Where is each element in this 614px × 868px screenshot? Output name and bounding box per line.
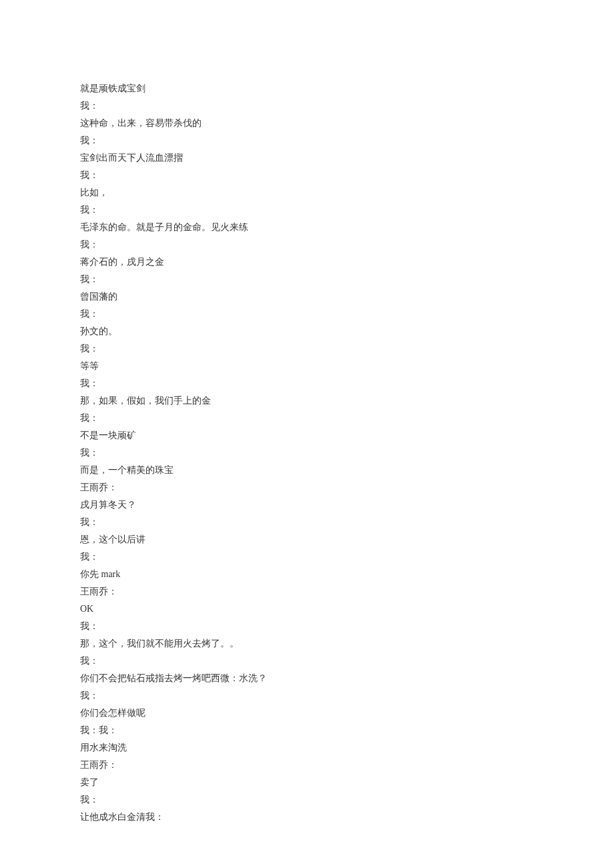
chat-line: 我： [80,271,534,288]
chat-line: 你们会怎样做呢 [80,705,534,722]
chat-line: 不是一块顽矿 [80,427,534,444]
chat-line: 我： [80,548,534,566]
chat-line: 王雨乔： [80,583,534,600]
chat-line: 你先 mark [80,566,534,583]
chat-line: 王雨乔： [80,479,534,496]
chat-line: 我： [80,340,534,358]
chat-line: 卖了 [80,774,534,791]
chat-line: 我： [80,687,534,705]
chat-line: 毛泽东的命。就是子月的金命。见火来练 [80,219,534,236]
chat-line: 我： [80,653,534,670]
chat-line: 我： [80,201,534,219]
chat-line: 我：我： [80,722,534,739]
chat-line: 我： [80,410,534,427]
chat-line: 我： [80,97,534,115]
chat-line: OK [80,600,534,618]
document-page: 就是顽铁成宝剑 我： 这种命，出来，容易带杀伐的 我： 宝剑出而天下人流血漂摺 … [0,0,614,868]
chat-line: 我： [80,132,534,149]
chat-line: 宝剑出而天下人流血漂摺 [80,149,534,167]
chat-line: 就是顽铁成宝剑 [80,80,534,97]
chat-line: 让他成水白金清我： [80,809,534,826]
chat-line: 我： [80,375,534,392]
chat-line: 你们不会把钻石戒指去烤一烤吧西微：水洗？ [80,670,534,687]
chat-line: 我： [80,618,534,635]
chat-line: 比如， [80,184,534,201]
chat-line: 我： [80,514,534,531]
chat-line: 我： [80,791,534,809]
chat-line: 蒋介石的，戌月之金 [80,254,534,271]
chat-line: 我： [80,236,534,254]
chat-line: 而是，一个精美的珠宝 [80,462,534,479]
chat-line: 我： [80,444,534,462]
chat-line: 王雨乔： [80,757,534,774]
chat-line: 恩，这个以后讲 [80,531,534,548]
chat-line: 曾国藩的 [80,288,534,306]
chat-line: 我： [80,167,534,184]
chat-line: 这种命，出来，容易带杀伐的 [80,115,534,132]
chat-line: 我： [80,306,534,323]
chat-line: 等等 [80,358,534,375]
chat-line: 用水来淘洗 [80,739,534,757]
chat-line: 孙文的。 [80,323,534,340]
chat-line: 戌月算冬天？ [80,496,534,514]
chat-line: 那，如果，假如，我们手上的金 [80,392,534,410]
chat-line: 那，这个，我们就不能用火去烤了。。 [80,635,534,653]
